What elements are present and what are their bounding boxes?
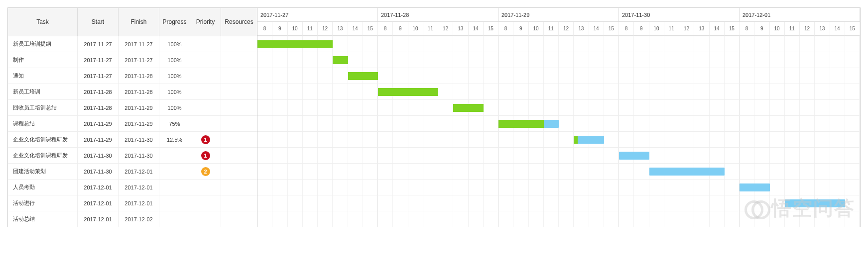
timeline-hour-label: 9 (754, 22, 769, 36)
column-header-progress[interactable]: Progress (159, 8, 190, 36)
column-header-start[interactable]: Start (78, 8, 119, 36)
timeline-hour-label: 12 (438, 22, 453, 36)
gantt-bar[interactable] (498, 120, 559, 128)
timeline-day-label: 2017-11-27 (257, 8, 378, 22)
task-progress-cell: 100% (159, 36, 190, 52)
task-resources-cell (221, 36, 257, 52)
task-row[interactable]: 回收员工培训总结2017-11-282017-11-29100% (8, 99, 257, 115)
gantt-bar-progress (257, 40, 333, 48)
timeline-row (257, 36, 860, 52)
timeline-row (257, 211, 860, 227)
task-finish-cell: 2017-11-27 (119, 36, 159, 52)
task-name-cell[interactable]: 活动总结 (8, 211, 78, 227)
timeline-row (257, 52, 860, 68)
task-row[interactable]: 课程总结2017-11-292017-11-2975% (8, 115, 257, 131)
timeline-body (257, 36, 860, 227)
timeline-hour-label: 12 (559, 22, 574, 36)
column-header-finish[interactable]: Finish (119, 8, 159, 36)
timeline-hour-label: 9 (634, 22, 649, 36)
task-start-cell: 2017-11-28 (78, 84, 119, 99)
task-progress-cell: 12.5% (159, 132, 190, 147)
timeline-hour-label: 8 (619, 22, 634, 36)
task-name-cell[interactable]: 课程总结 (8, 116, 78, 131)
timeline-hour-label: 14 (710, 22, 725, 36)
task-start-cell: 2017-11-27 (78, 68, 119, 84)
timeline-hour-label: 14 (469, 22, 484, 36)
task-name-cell[interactable]: 活动进行 (8, 195, 78, 211)
task-name-cell[interactable]: 企业文化培训课程研发 (8, 148, 78, 163)
task-start-cell: 2017-12-01 (78, 180, 119, 195)
task-name-cell[interactable]: 新员工培训提纲 (8, 36, 78, 52)
gantt-bar[interactable] (785, 199, 845, 207)
task-progress-cell: 75% (159, 116, 190, 131)
task-row[interactable]: 制作2017-11-272017-11-27100% (8, 52, 257, 68)
timeline-row (257, 195, 860, 211)
task-name-cell[interactable]: 企业文化培训课程研发 (8, 132, 78, 147)
task-name-cell[interactable]: 回收员工培训总结 (8, 100, 78, 115)
task-name-cell[interactable]: 团建活动策划 (8, 164, 78, 179)
task-resources-cell (221, 132, 257, 147)
task-finish-cell: 2017-11-30 (119, 148, 159, 163)
task-name-cell[interactable]: 制作 (8, 52, 78, 68)
task-row[interactable]: 新员工培训提纲2017-11-272017-11-27100% (8, 36, 257, 52)
task-row[interactable]: 企业文化培训课程研发2017-11-292017-11-3012.5%1 (8, 131, 257, 147)
task-progress-cell (159, 164, 190, 179)
timeline-hour-label: 13 (333, 22, 348, 36)
task-row[interactable]: 活动进行2017-12-012017-12-01 (8, 195, 257, 211)
task-row[interactable]: 通知2017-11-272017-11-28100% (8, 68, 257, 84)
gantt-bar[interactable] (740, 183, 770, 191)
task-resources-cell (221, 148, 257, 163)
task-priority-cell (190, 36, 221, 52)
task-resources-cell (221, 84, 257, 99)
task-progress-cell: 100% (159, 52, 190, 68)
task-resources-cell (221, 180, 257, 195)
task-finish-cell: 2017-11-29 (119, 116, 159, 131)
gantt-bar-progress (378, 88, 438, 96)
timeline-row (257, 84, 860, 99)
task-progress-cell (159, 211, 190, 227)
task-row[interactable]: 企业文化培训课程研发2017-11-302017-11-301 (8, 147, 257, 163)
timeline-hour-label: 10 (288, 22, 303, 36)
gantt-bar[interactable] (378, 88, 438, 96)
column-header-task[interactable]: Task (8, 8, 78, 36)
column-header-priority[interactable]: Priority (190, 8, 221, 36)
column-header-resources[interactable]: Resources (221, 8, 257, 36)
timeline-row (257, 179, 860, 195)
gantt-bar[interactable] (574, 136, 604, 144)
task-name-cell[interactable]: 通知 (8, 68, 78, 84)
task-resources-cell (221, 164, 257, 179)
gantt-bar[interactable] (453, 104, 484, 112)
gantt-bar[interactable] (348, 72, 378, 80)
timeline-day-label: 2017-11-28 (378, 8, 498, 22)
task-row[interactable]: 团建活动策划2017-11-302017-12-012 (8, 163, 257, 179)
task-name-cell[interactable]: 人员考勤 (8, 180, 78, 195)
timeline-hour-label: 15 (484, 22, 498, 36)
gantt-bar-progress (574, 136, 578, 144)
task-finish-cell: 2017-11-29 (119, 100, 159, 115)
task-finish-cell: 2017-12-01 (119, 180, 159, 195)
task-row[interactable]: 人员考勤2017-12-012017-12-01 (8, 179, 257, 195)
timeline-hour-label: 8 (498, 22, 513, 36)
timeline-hour-label: 10 (649, 22, 664, 36)
gantt-timeline: 2017-11-272017-11-282017-11-292017-11-30… (257, 8, 860, 227)
timeline-hour-label: 9 (393, 22, 408, 36)
priority-badge: 2 (201, 167, 210, 176)
task-priority-cell: 2 (190, 164, 221, 179)
priority-badge: 1 (201, 135, 210, 144)
task-name-cell[interactable]: 新员工培训 (8, 84, 78, 99)
timeline-hour-label: 14 (830, 22, 845, 36)
timeline-row (257, 147, 860, 163)
timeline-header-hours: 8910111213141589101112131415891011121314… (257, 22, 860, 36)
task-resources-cell (221, 100, 257, 115)
task-resources-cell (221, 195, 257, 211)
gantt-bar[interactable] (619, 152, 649, 160)
gantt-bar[interactable] (257, 40, 333, 48)
task-priority-cell (190, 52, 221, 68)
task-row[interactable]: 活动总结2017-12-012017-12-02 (8, 211, 257, 227)
gantt-bar[interactable] (649, 168, 725, 176)
timeline-hour-label: 8 (740, 22, 754, 36)
task-priority-cell: 1 (190, 132, 221, 147)
gantt-bar[interactable] (333, 56, 348, 64)
task-row[interactable]: 新员工培训2017-11-282017-11-28100% (8, 84, 257, 99)
timeline-hour-label: 12 (679, 22, 694, 36)
